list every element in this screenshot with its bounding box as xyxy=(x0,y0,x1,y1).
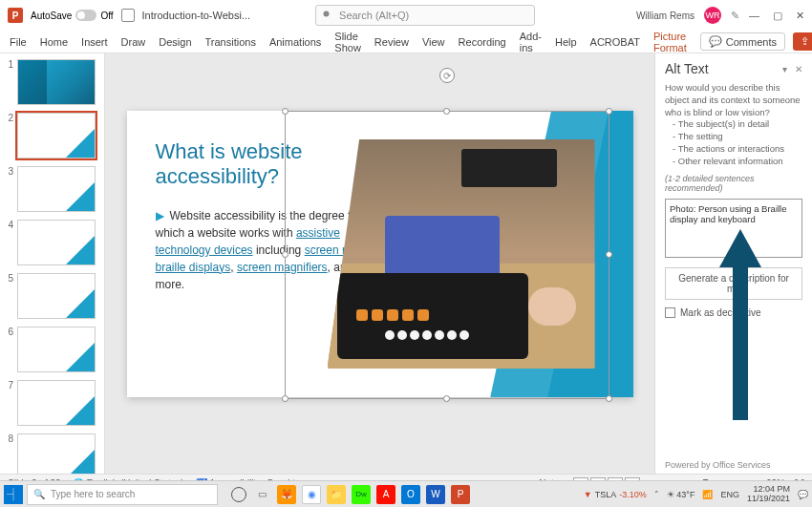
cortana-icon[interactable] xyxy=(231,487,246,502)
tab-file[interactable]: File xyxy=(10,36,27,48)
tab-design[interactable]: Design xyxy=(159,36,191,48)
comment-icon: 💬 xyxy=(709,35,722,48)
acrobat-icon[interactable]: A xyxy=(376,485,395,504)
rotate-handle[interactable]: ⟳ xyxy=(439,68,455,83)
powerpoint-taskbar-icon[interactable]: P xyxy=(451,485,470,504)
start-button[interactable] xyxy=(4,485,23,504)
save-icon[interactable] xyxy=(121,9,135,22)
tab-help[interactable]: Help xyxy=(555,36,577,48)
generate-description-button[interactable]: Generate a description for me xyxy=(665,267,802,300)
alt-text-instructions: How would you describe this object and i… xyxy=(665,82,802,168)
alt-text-input[interactable] xyxy=(665,199,802,258)
maximize-button[interactable]: ▢ xyxy=(773,10,782,22)
tab-acrobat[interactable]: ACROBAT xyxy=(590,36,640,48)
resize-handle-w[interactable] xyxy=(282,251,288,258)
slide-editor[interactable]: What is website accessibility? ▶Website … xyxy=(105,53,654,474)
panel-title: Alt Text xyxy=(665,61,709,76)
resize-handle-nw[interactable] xyxy=(282,108,288,115)
tab-insert[interactable]: Insert xyxy=(81,36,108,48)
tab-recording[interactable]: Recording xyxy=(459,36,506,48)
alt-text-panel: Alt Text ▾ ✕ How would you describe this… xyxy=(654,53,812,474)
tab-slideshow[interactable]: Slide Show xyxy=(334,31,361,53)
outlook-icon[interactable]: O xyxy=(401,485,420,504)
resize-handle-e[interactable] xyxy=(606,251,612,258)
tab-home[interactable]: Home xyxy=(40,36,68,48)
tab-animations[interactable]: Animations xyxy=(269,36,321,48)
autosave-label: AutoSave xyxy=(31,11,72,21)
thumbnail-6[interactable] xyxy=(17,327,96,372)
thumbnail-7[interactable] xyxy=(17,380,96,426)
language-tray[interactable]: ENG xyxy=(720,490,739,499)
search-input[interactable]: Search (Alt+Q) xyxy=(315,5,535,26)
comments-button[interactable]: 💬 Comments xyxy=(700,32,785,51)
ribbon: File Home Insert Draw Design Transitions… xyxy=(0,31,812,53)
search-icon: 🔍 xyxy=(33,489,45,499)
search-placeholder: Search (Alt+Q) xyxy=(339,10,409,21)
tab-addins[interactable]: Add-ins xyxy=(520,31,542,53)
alt-text-hint: (1-2 detailed sentences recommended) xyxy=(665,174,802,193)
resize-handle-n[interactable] xyxy=(443,108,450,115)
minimize-button[interactable]: — xyxy=(749,10,759,22)
thumbnail-3[interactable] xyxy=(17,166,96,212)
taskview-icon[interactable]: ▭ xyxy=(252,485,271,504)
mic-icon[interactable]: ✎ xyxy=(731,10,739,22)
weather-widget[interactable]: ☀ 43°F xyxy=(667,490,695,499)
tab-view[interactable]: View xyxy=(422,36,445,48)
dreamweaver-icon[interactable]: Dw xyxy=(352,485,371,504)
thumbnail-4[interactable] xyxy=(17,220,96,265)
taskbar-search[interactable]: 🔍 Type here to search xyxy=(27,484,218,505)
title-bar: P AutoSave Off Introduction-to-Websi... … xyxy=(0,0,812,31)
workspace: 1 2 3 4 5 6 7 8 What is website accessib… xyxy=(0,53,812,474)
tab-picture-format[interactable]: Picture Format xyxy=(653,31,687,53)
notifications-icon[interactable]: 💬 xyxy=(798,490,808,499)
tab-transitions[interactable]: Transitions xyxy=(205,36,256,48)
windows-taskbar: 🔍 Type here to search ▭ 🦊 ◉ 📁 Dw A O W P… xyxy=(0,480,812,507)
checkbox-icon xyxy=(665,307,675,318)
thumbnail-1[interactable] xyxy=(17,59,96,105)
thumbnail-8[interactable] xyxy=(17,433,96,474)
word-icon[interactable]: W xyxy=(426,485,445,504)
thumbnail-2[interactable] xyxy=(17,113,96,158)
resize-handle-ne[interactable] xyxy=(606,108,612,115)
toggle-icon xyxy=(75,10,96,21)
resize-handle-s[interactable] xyxy=(443,395,450,402)
share-button[interactable]: ⇪ Share xyxy=(793,32,812,51)
user-name[interactable]: William Rems xyxy=(636,11,694,21)
firefox-icon[interactable]: 🦊 xyxy=(277,485,296,504)
thumbnail-5[interactable] xyxy=(17,273,96,319)
tray-expand-icon[interactable]: ˄ xyxy=(654,490,659,499)
explorer-icon[interactable]: 📁 xyxy=(327,485,346,504)
share-icon: ⇪ xyxy=(801,35,809,48)
panel-close-icon[interactable]: ✕ xyxy=(795,64,802,74)
search-icon xyxy=(322,10,333,21)
panel-footer: Powered by Office Services xyxy=(665,460,770,470)
mark-decorative-checkbox[interactable]: Mark as decorative xyxy=(665,307,802,318)
chrome-icon[interactable]: ◉ xyxy=(302,485,321,504)
autosave-toggle[interactable]: AutoSave Off xyxy=(31,10,114,21)
stock-widget[interactable]: ▼ TSLA -3.10% xyxy=(584,490,647,499)
tab-draw[interactable]: Draw xyxy=(121,36,146,48)
thumbnail-panel[interactable]: 1 2 3 4 5 6 7 8 xyxy=(0,53,105,474)
clock[interactable]: 12:04 PM 11/19/2021 xyxy=(747,485,790,504)
wifi-icon[interactable]: 📶 xyxy=(702,490,713,499)
resize-handle-se[interactable] xyxy=(606,395,612,402)
panel-options-icon[interactable]: ▾ xyxy=(782,64,787,74)
document-title[interactable]: Introduction-to-Websi... xyxy=(142,10,251,21)
tab-review[interactable]: Review xyxy=(374,36,409,48)
link-braille[interactable]: braille displays xyxy=(156,261,231,274)
autosave-state: Off xyxy=(100,11,113,21)
avatar[interactable]: WR xyxy=(704,7,721,24)
bullet-icon: ▶ xyxy=(156,209,164,222)
powerpoint-logo-icon: P xyxy=(8,8,23,23)
resize-handle-sw[interactable] xyxy=(282,395,288,402)
selection-outline: ⟳ xyxy=(285,111,609,399)
close-button[interactable]: ✕ xyxy=(796,10,804,22)
